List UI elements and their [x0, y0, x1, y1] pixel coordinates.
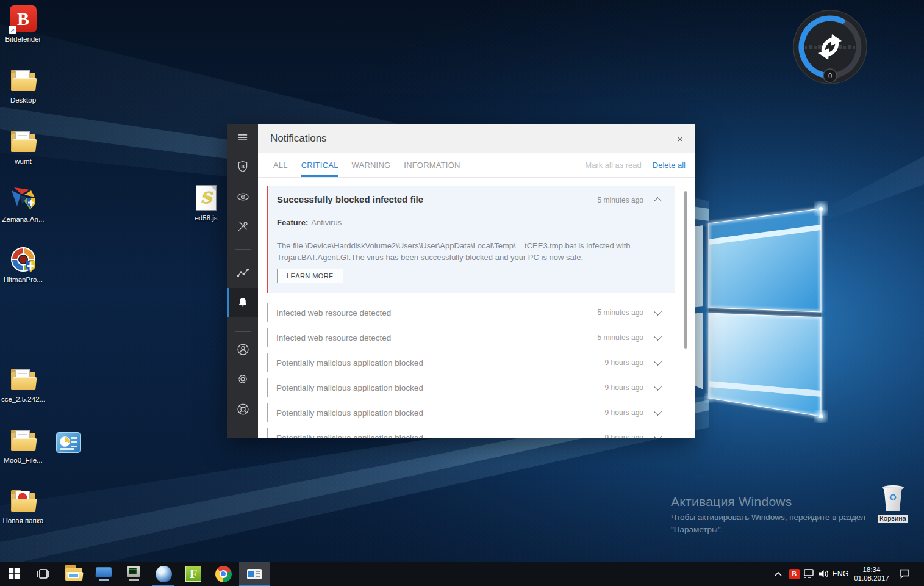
f-app-button[interactable]: F [179, 562, 207, 586]
desktop-icon-desktop-folder[interactable]: Desktop [0, 66, 46, 104]
row-title: Infected web resource detected [276, 333, 391, 342]
scrollbar[interactable] [684, 191, 687, 349]
language-indicator: ENG [832, 570, 848, 578]
notification-row[interactable]: Potentially malicious application blocke… [267, 375, 675, 400]
desktop-icon-wumt[interactable]: wumt [0, 127, 46, 165]
lifebuoy-icon [236, 402, 250, 416]
system-tool-button[interactable] [120, 562, 148, 586]
sidebar-item-protection[interactable]: B [227, 153, 258, 180]
desktop-icon-recycle-bin[interactable]: ♻ Корзина [873, 484, 912, 523]
taskbar: F B ENG 18:34 01.08.2017 [0, 562, 924, 586]
row-time: 9 hours ago [605, 358, 643, 367]
desktop-icon-control-panel[interactable] [52, 429, 84, 457]
bitdefender-taskbar-button[interactable] [239, 562, 270, 586]
tray-volume[interactable] [816, 562, 831, 586]
minimize-button[interactable]: – [643, 124, 664, 153]
notification-card-expanded[interactable]: Successfully blocked infected file 5 min… [267, 186, 675, 293]
sidebar-item-support[interactable] [227, 396, 258, 422]
tray-network[interactable] [801, 562, 816, 586]
browser-button[interactable] [149, 562, 177, 586]
notification-row[interactable]: Infected web resource detected 5 minutes… [267, 325, 675, 350]
file-explorer-button[interactable] [60, 562, 88, 586]
desktop-icon-label: Zemana.An... [2, 215, 44, 223]
tray-language[interactable]: ENG [831, 562, 850, 586]
bitdefender-shield-icon: B [236, 160, 249, 173]
desktop-icon-hitmanpro[interactable]: HitmanPro... [0, 245, 46, 284]
svg-text:B: B [241, 164, 245, 170]
sidebar-item-menu[interactable] [227, 124, 258, 151]
recycle-bin-icon: ♻ [881, 484, 904, 512]
tab-critical[interactable]: CRITICAL [301, 153, 338, 177]
chevron-down-icon[interactable] [654, 308, 662, 316]
window-title: Notifications [270, 132, 327, 145]
desktop-icon-bitdefender[interactable]: B↗ Bitdefender [0, 5, 46, 43]
notification-row[interactable]: Infected web resource detected 5 minutes… [267, 300, 675, 325]
tab-all[interactable]: ALL [273, 153, 288, 177]
task-view-button[interactable] [29, 562, 57, 586]
desktop-icon-zemana[interactable]: Zemana.An... [0, 185, 46, 223]
tray-show-hidden-icons[interactable] [771, 562, 786, 586]
notification-time: 5 minutes ago [598, 196, 643, 204]
chevron-down-icon[interactable] [654, 408, 662, 416]
control-panel-icon [56, 432, 81, 453]
sidebar-item-tools[interactable] [227, 213, 258, 240]
chrome-icon [215, 566, 232, 582]
desktop-icon-cce[interactable]: cce_2.5.242... [0, 365, 46, 403]
delete-all-button[interactable]: Delete all [653, 161, 686, 170]
shortcut-arrow-icon: ↗ [9, 26, 16, 34]
f-app-icon: F [185, 566, 201, 582]
chevron-down-icon[interactable] [654, 333, 662, 341]
chevron-down-icon[interactable] [654, 383, 662, 391]
desktop-icon-label: Корзина [878, 515, 908, 523]
row-time: 9 hours ago [605, 408, 643, 417]
sidebar-item-activity[interactable] [227, 259, 258, 286]
folder-icon [11, 134, 35, 152]
sidebar-item-settings[interactable] [227, 366, 258, 392]
action-center-icon [898, 568, 911, 579]
globe-browser-icon [156, 566, 172, 582]
desktop-icon-label: cce_2.5.242... [1, 396, 45, 403]
action-center-button[interactable] [894, 562, 915, 586]
feature-label: Feature: [277, 218, 308, 227]
desktop-screen: { "desktop": { "icons": [ {"label": "Bit… [0, 0, 924, 586]
notification-row[interactable]: Potentially malicious application blocke… [267, 350, 675, 375]
file-explorer-icon [65, 568, 82, 581]
chevron-up-icon[interactable] [654, 197, 662, 205]
bell-icon [236, 296, 249, 309]
row-time: 5 minutes ago [598, 308, 643, 317]
row-time: 9 hours ago [605, 433, 643, 438]
chevron-down-icon[interactable] [654, 433, 662, 438]
sidebar-item-notifications[interactable] [227, 288, 258, 317]
sidebar-item-account[interactable] [227, 336, 258, 363]
activity-graph-icon [236, 266, 250, 280]
tab-information[interactable]: INFORMATION [404, 153, 460, 177]
mark-all-as-read-button[interactable]: Mark all as read [585, 161, 641, 170]
clock-time: 18:34 [854, 565, 889, 574]
tab-warning[interactable]: WARNING [352, 153, 391, 177]
bitdefender-widget[interactable]: 0 [793, 10, 867, 84]
notification-row[interactable]: Potentially malicious application blocke… [267, 425, 675, 438]
desktop-icon-js-file[interactable]: S ed58.js [189, 184, 223, 222]
learn-more-button[interactable]: LEARN MORE [277, 269, 343, 283]
this-pc-button[interactable] [90, 562, 118, 586]
sidebar-divider [235, 331, 251, 332]
windows-start-icon [9, 568, 20, 579]
row-title: Infected web resource detected [276, 308, 391, 317]
notification-feature: Feature:Antivirus [277, 218, 342, 227]
desktop-icon-label: Moo0_File... [4, 457, 42, 465]
tray-clock[interactable]: 18:34 01.08.2017 [851, 562, 892, 586]
desktop-icon-new-folder[interactable]: Новая папка [0, 487, 46, 525]
tray-bitdefender[interactable]: B [787, 562, 801, 586]
chevron-down-icon[interactable] [654, 358, 662, 366]
chevron-up-icon [774, 571, 783, 577]
sidebar-item-privacy[interactable] [227, 183, 258, 210]
close-button[interactable]: × [670, 124, 690, 153]
eye-icon [236, 190, 250, 204]
chrome-button[interactable] [209, 562, 237, 586]
row-title: Potentially malicious application blocke… [276, 408, 423, 418]
active-window-icon [247, 569, 262, 579]
desktop-icon-moo0[interactable]: Moo0_File... [0, 426, 46, 465]
start-button[interactable] [0, 562, 27, 586]
notification-row[interactable]: Potentially malicious application blocke… [267, 400, 675, 425]
gear-icon [236, 372, 249, 386]
